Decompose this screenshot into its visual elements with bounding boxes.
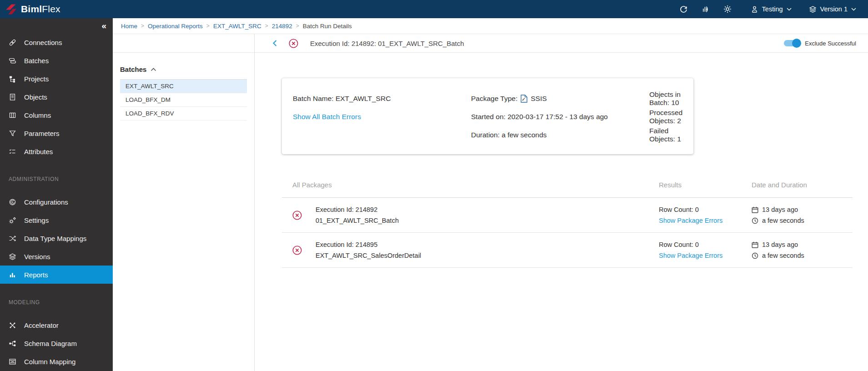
sidebar-item-label: Columns bbox=[24, 111, 51, 119]
sidebar-item-objects[interactable]: Objects bbox=[0, 88, 113, 106]
execution-id: Execution Id: 214895 bbox=[316, 239, 421, 250]
sidebar-item-label: Settings bbox=[24, 216, 49, 224]
processed-objects: Processed Objects: 2 bbox=[649, 109, 685, 125]
package-name: EXT_AWLT_SRC_SalesOrderDetail bbox=[316, 250, 421, 261]
gear-icon[interactable] bbox=[722, 3, 733, 15]
show-package-errors-link[interactable]: Show Package Errors bbox=[659, 250, 752, 261]
user-menu[interactable]: Testing bbox=[751, 5, 792, 13]
clock-icon bbox=[752, 217, 758, 224]
user-menu-label: Testing bbox=[762, 5, 783, 13]
error-status-icon bbox=[292, 211, 302, 220]
batch-list-item[interactable]: EXT_AWLT_SRC bbox=[120, 80, 247, 93]
refresh-icon[interactable] bbox=[678, 3, 690, 15]
sidebar-item-connections[interactable]: Connections bbox=[0, 33, 113, 51]
toggle-knob bbox=[792, 39, 801, 48]
batches-panel: Batches EXT_AWLT_SRC LOAD_BFX_DM LOAD_BF… bbox=[113, 34, 255, 371]
batch-list: EXT_AWLT_SRC LOAD_BFX_DM LOAD_BFX_RDV bbox=[120, 79, 247, 120]
batch-summary-card: Batch Name: EXT_AWLT_SRC Show All Batch … bbox=[282, 78, 693, 154]
duration: Duration: a few seconds bbox=[471, 131, 649, 139]
clock-icon bbox=[752, 252, 758, 259]
sidebar-item-projects[interactable]: Projects bbox=[0, 70, 113, 88]
calendar-icon bbox=[752, 206, 758, 213]
exclude-successful-label: Exclude Successful bbox=[805, 40, 856, 47]
chevron-down-icon bbox=[851, 8, 856, 11]
sidebar-item-column-mapping[interactable]: Column Mapping bbox=[0, 352, 113, 371]
row-date: 13 days ago bbox=[762, 204, 798, 215]
breadcrumb-separator: > bbox=[265, 23, 268, 29]
sidebar-item-schema-diagram[interactable]: Schema Diagram bbox=[0, 334, 113, 352]
sidebar-section-modeling: MODELING bbox=[0, 296, 113, 308]
sidebar-item-parameters[interactable]: Parameters bbox=[0, 124, 113, 142]
shuffle-icon bbox=[9, 235, 16, 242]
calendar-icon bbox=[752, 241, 758, 248]
sidebar-item-label: Schema Diagram bbox=[24, 340, 77, 347]
error-status-icon bbox=[289, 39, 298, 48]
analytics-icon[interactable] bbox=[700, 3, 712, 15]
row-count: Row Count: 0 bbox=[659, 239, 752, 250]
logo-text-light: Flex bbox=[42, 4, 60, 14]
link-icon bbox=[9, 39, 16, 46]
sidebar-item-label: Versions bbox=[24, 253, 50, 261]
batch-list-item[interactable]: LOAD_BFX_RDV bbox=[120, 107, 247, 120]
sidebar-item-label: Batches bbox=[24, 57, 49, 65]
row-count: Row Count: 0 bbox=[659, 204, 752, 215]
package-name: 01_EXT_AWLT_SRC_Batch bbox=[316, 215, 399, 226]
bimlflex-logo[interactable]: BimlFlex bbox=[5, 4, 60, 15]
panel-spacer bbox=[113, 34, 254, 53]
back-button[interactable] bbox=[273, 40, 277, 46]
network-icon bbox=[9, 321, 16, 329]
started-on: Started on: 2020-03-17 17:52 - 13 days a… bbox=[471, 113, 649, 121]
packages-table: All Packages Results Date and Duration bbox=[282, 172, 853, 268]
failed-objects: Failed Objects: 1 bbox=[649, 127, 685, 143]
schema-icon bbox=[9, 340, 16, 347]
columns-icon bbox=[9, 111, 16, 119]
sidebar-item-data-type-mappings[interactable]: Data Type Mappings bbox=[0, 229, 113, 247]
packages-table-header: All Packages Results Date and Duration bbox=[282, 172, 853, 198]
breadcrumb-link-operational-reports[interactable]: Operational Reports bbox=[148, 23, 203, 30]
sidebar-item-attributes[interactable]: Attributes bbox=[0, 142, 113, 160]
sidebar-item-label: Attributes bbox=[24, 148, 53, 155]
package-type-label: Package Type: bbox=[471, 95, 517, 103]
breadcrumb-separator: > bbox=[206, 23, 210, 29]
ssis-file-icon bbox=[521, 95, 527, 103]
sidebar-item-versions[interactable]: Versions bbox=[0, 247, 113, 266]
chevron-left-icon bbox=[273, 40, 277, 46]
breadcrumb-link-execution-id[interactable]: 214892 bbox=[272, 23, 292, 30]
sidebar-item-columns[interactable]: Columns bbox=[0, 106, 113, 124]
batch-list-item[interactable]: LOAD_BFX_DM bbox=[120, 93, 247, 107]
batches-panel-title[interactable]: Batches bbox=[120, 65, 247, 73]
exclude-successful-toggle[interactable] bbox=[784, 40, 800, 46]
detail-header: Execution Id: 214892: 01_EXT_AWLT_SRC_Ba… bbox=[255, 34, 868, 53]
batch-name: Batch Name: EXT_AWLT_SRC bbox=[293, 95, 471, 103]
sidebar-item-reports[interactable]: Reports bbox=[0, 266, 113, 284]
sidebar-item-accelerator[interactable]: Accelerator bbox=[0, 316, 113, 334]
chevron-down-icon bbox=[787, 8, 792, 11]
sidebar-item-configurations[interactable]: Configurations bbox=[0, 193, 113, 211]
row-duration: a few seconds bbox=[762, 215, 804, 226]
breadcrumb-link-batch[interactable]: EXT_AWLT_SRC bbox=[213, 23, 261, 30]
sidebar-item-label: Configurations bbox=[24, 198, 68, 206]
show-all-batch-errors-link[interactable]: Show All Batch Errors bbox=[293, 113, 471, 121]
package-type: Package Type: SSIS bbox=[471, 95, 649, 103]
package-type-value: SSIS bbox=[531, 95, 547, 103]
breadcrumb: Home > Operational Reports > EXT_AWLT_SR… bbox=[113, 18, 868, 34]
sidebar-item-batches[interactable]: Batches bbox=[0, 51, 113, 70]
logo-text-bold: Biml bbox=[21, 4, 42, 14]
breadcrumb-current: Batch Run Details bbox=[303, 23, 352, 30]
breadcrumb-link-home[interactable]: Home bbox=[121, 23, 137, 30]
attributes-icon bbox=[9, 148, 16, 155]
content-area: Batch Name: EXT_AWLT_SRC Show All Batch … bbox=[255, 53, 868, 371]
column-header-date-duration: Date and Duration bbox=[752, 181, 853, 189]
sidebar-item-settings[interactable]: Settings bbox=[0, 211, 113, 229]
collapse-sidebar-icon[interactable]: « bbox=[101, 21, 106, 30]
batch-run-details-main: Execution Id: 214892: 01_EXT_AWLT_SRC_Ba… bbox=[255, 34, 868, 371]
show-package-errors-link[interactable]: Show Package Errors bbox=[659, 215, 752, 226]
sidebar: « Connections Batches bbox=[0, 18, 113, 371]
error-status-icon bbox=[292, 246, 302, 255]
sidebar-item-label: Column Mapping bbox=[24, 358, 75, 366]
version-menu[interactable]: Version 1 bbox=[809, 5, 856, 13]
batches-icon bbox=[9, 57, 16, 65]
column-mapping-icon bbox=[9, 358, 16, 366]
sidebar-item-label: Connections bbox=[24, 39, 62, 46]
row-date: 13 days ago bbox=[762, 239, 798, 250]
